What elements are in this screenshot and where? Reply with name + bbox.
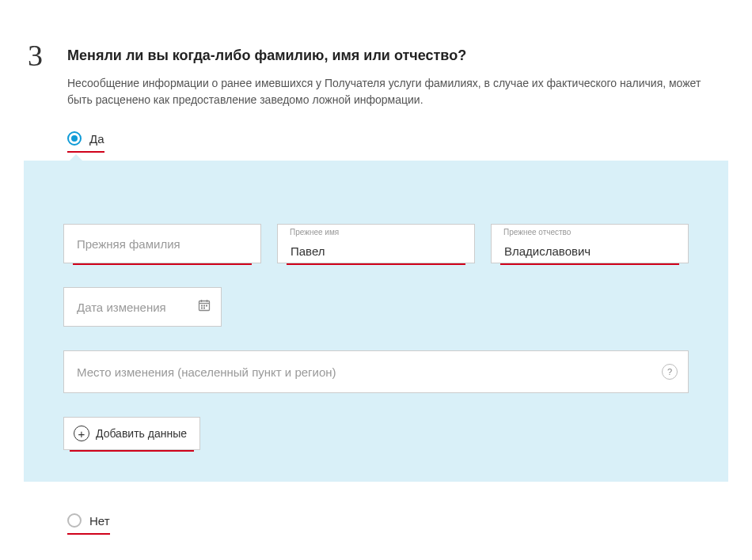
question-description: Несообщение информации о ранее имевшихся… xyxy=(67,75,728,108)
surname-input[interactable] xyxy=(63,224,261,263)
radio-no[interactable]: Нет xyxy=(67,513,110,535)
underline-icon xyxy=(73,263,252,265)
surname-field-wrap xyxy=(63,224,261,263)
radio-no-label: Нет xyxy=(89,514,110,528)
underline-icon xyxy=(287,263,465,265)
place-input[interactable] xyxy=(63,350,689,393)
question-title: Меняли ли вы когда-либо фамилию, имя или… xyxy=(67,32,728,64)
firstname-input[interactable] xyxy=(277,224,475,263)
place-field-wrap: ? xyxy=(63,350,689,393)
patronymic-field-wrap: Прежнее отчество xyxy=(491,224,689,263)
add-button-wrap: + Добавить данные xyxy=(63,417,200,450)
radio-yes[interactable]: Да xyxy=(67,131,104,153)
date-input[interactable] xyxy=(63,287,222,327)
step-number: 3 xyxy=(28,38,43,73)
help-icon[interactable]: ? xyxy=(662,364,678,380)
radio-dot-icon xyxy=(71,135,78,142)
add-data-button[interactable]: + Добавить данные xyxy=(63,417,200,450)
radio-icon xyxy=(67,131,82,146)
firstname-field-wrap: Прежнее имя xyxy=(277,224,475,263)
radio-icon xyxy=(67,513,82,528)
underline-icon xyxy=(70,450,194,452)
date-field-wrap xyxy=(63,287,222,327)
underline-icon xyxy=(500,263,679,265)
add-button-label: Добавить данные xyxy=(96,427,187,440)
plus-icon: + xyxy=(74,426,89,441)
radio-yes-label: Да xyxy=(89,132,104,146)
patronymic-input[interactable] xyxy=(491,224,689,263)
expanded-panel: Прежнее имя Прежнее отчество xyxy=(24,161,728,482)
